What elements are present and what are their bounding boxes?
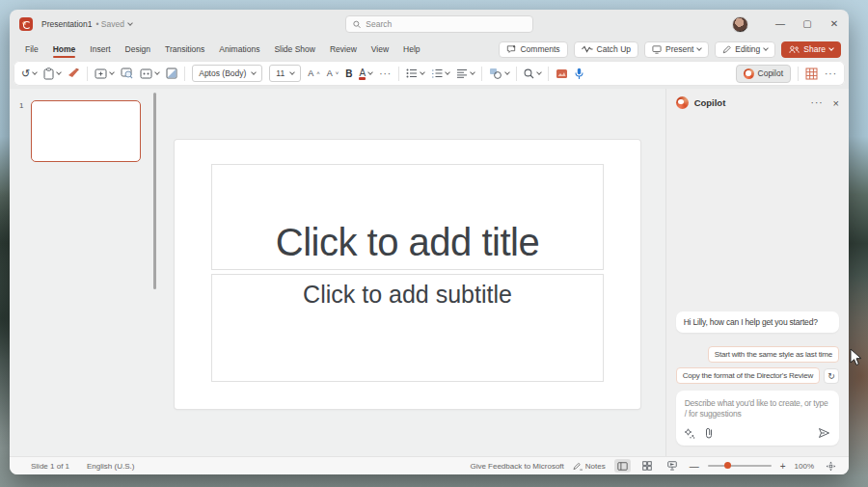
font-size-select[interactable]: 11 <box>269 65 301 82</box>
microphone-icon <box>575 68 583 80</box>
fit-slide-button[interactable] <box>823 459 839 473</box>
present-button[interactable]: Present <box>644 41 709 58</box>
zoom-out-button[interactable]: — <box>690 461 699 472</box>
user-avatar[interactable] <box>732 16 748 33</box>
tab-design[interactable]: Design <box>125 42 150 56</box>
designer-pane-button[interactable] <box>805 68 818 80</box>
shapes-icon <box>489 68 502 79</box>
undo-button[interactable]: ↺ <box>21 68 37 79</box>
designer-button[interactable] <box>556 68 568 79</box>
notes-button[interactable]: Notes <box>573 462 606 471</box>
numbering-button[interactable] <box>431 68 449 78</box>
language-indicator[interactable]: English (U.S.) <box>87 462 134 471</box>
slide-show-button[interactable] <box>665 459 681 473</box>
tab-view[interactable]: View <box>371 42 389 56</box>
paste-button[interactable] <box>43 68 61 80</box>
grow-font-button[interactable]: A˄ <box>308 68 320 78</box>
chevron-down-icon <box>109 69 115 75</box>
editing-mode-button[interactable]: Editing <box>715 41 775 58</box>
zoom-level[interactable]: 100% <box>795 462 814 471</box>
autosave-status: • Saved <box>95 19 123 29</box>
comments-button[interactable]: Comments <box>499 41 567 58</box>
tab-insert[interactable]: Insert <box>90 42 110 56</box>
zoom-slider[interactable] <box>708 465 772 467</box>
title-bar: Presentation1 • Saved — ▢ ✕ <box>10 10 849 39</box>
more-font-options-button[interactable]: ··· <box>379 68 392 79</box>
prompt-sparkle-icon[interactable] <box>685 428 695 439</box>
new-slide-button[interactable] <box>95 68 114 79</box>
font-color-button[interactable]: A <box>359 68 372 80</box>
people-icon <box>789 45 800 54</box>
menu-bar: File Home Insert Design Transitions Anim… <box>10 39 849 60</box>
suggestion-chip[interactable]: Start with the same style as last time <box>708 346 839 363</box>
tab-animations[interactable]: Animations <box>219 42 259 56</box>
search-input[interactable] <box>366 19 526 29</box>
align-button[interactable] <box>456 68 475 78</box>
dictate-button[interactable] <box>575 68 583 80</box>
copilot-input[interactable]: Describe what you'd like to create, or t… <box>676 391 839 446</box>
shapes-button[interactable] <box>489 68 509 79</box>
magnifier-icon <box>524 68 534 79</box>
ribbon-more-button[interactable]: ··· <box>825 68 837 79</box>
chevron-down-icon <box>470 69 475 75</box>
tab-transitions[interactable]: Transitions <box>165 42 204 56</box>
send-icon[interactable] <box>818 427 830 439</box>
format-painter-button[interactable] <box>68 68 80 79</box>
share-button[interactable]: Share <box>781 41 841 58</box>
pencil-icon <box>722 45 731 54</box>
slide-thumbnail[interactable] <box>31 100 141 162</box>
suggestion-chip[interactable]: Copy the format of the Director's Review <box>676 367 820 384</box>
reuse-slides-icon <box>121 68 133 79</box>
bullets-button[interactable] <box>406 68 424 78</box>
copilot-menu-button[interactable]: ··· <box>811 97 824 108</box>
bullet-list-icon <box>406 68 418 78</box>
subtitle-placeholder-text: Click to add subtitle <box>303 281 512 309</box>
subtitle-placeholder[interactable]: Click to add subtitle <box>211 274 604 382</box>
catch-up-button[interactable]: Catch Up <box>574 41 638 58</box>
layout-button[interactable] <box>140 68 159 79</box>
search-bar[interactable] <box>345 15 533 33</box>
copilot-greeting-message: Hi Lilly, how can I help get you started… <box>676 311 839 333</box>
copilot-pane: Copilot ··· × Hi Lilly, how can I help g… <box>665 89 849 456</box>
chevron-down-icon <box>445 69 450 75</box>
copilot-button[interactable]: Copilot <box>736 65 791 83</box>
zoom-in-button[interactable]: + <box>780 461 786 472</box>
new-slide-icon <box>95 68 107 79</box>
copilot-pane-title: Copilot <box>694 97 726 108</box>
find-button[interactable] <box>524 68 541 79</box>
chevron-down-icon <box>56 69 62 75</box>
title-placeholder-text: Click to add title <box>276 221 539 264</box>
font-color-icon: A <box>359 68 366 80</box>
copilot-icon <box>676 96 689 109</box>
chevron-down-icon <box>127 20 133 26</box>
reuse-slides-button[interactable] <box>121 68 133 79</box>
refresh-suggestions-button[interactable]: ↻ <box>824 368 839 384</box>
shrink-font-button[interactable]: A˅ <box>327 68 339 78</box>
tab-review[interactable]: Review <box>330 42 357 56</box>
close-button[interactable]: ✕ <box>827 10 841 39</box>
tab-help[interactable]: Help <box>403 42 420 56</box>
copilot-close-button[interactable]: × <box>833 97 839 109</box>
slide-sorter-view-button[interactable] <box>639 459 656 473</box>
present-screen-icon <box>652 45 662 54</box>
attach-icon[interactable] <box>704 427 714 439</box>
tab-home[interactable]: Home <box>53 42 76 56</box>
slide-count: Slide 1 of 1 <box>31 462 69 471</box>
maximize-button[interactable]: ▢ <box>800 10 814 39</box>
document-title[interactable]: Presentation1 • Saved <box>41 19 132 29</box>
chevron-down-icon <box>420 69 425 75</box>
align-text-icon <box>456 68 468 78</box>
feedback-link[interactable]: Give Feedback to Microsoft <box>470 462 563 471</box>
normal-view-button[interactable] <box>614 459 631 473</box>
layout-icon <box>140 68 152 79</box>
chevron-down-icon <box>289 69 295 75</box>
tab-file[interactable]: File <box>25 42 39 56</box>
title-placeholder[interactable]: Click to add title <box>211 164 604 270</box>
design-ideas-button[interactable] <box>166 68 177 79</box>
tab-slide-show[interactable]: Slide Show <box>274 42 315 56</box>
font-name-select[interactable]: Aptos (Body) <box>192 65 262 82</box>
zoom-slider-thumb[interactable] <box>724 462 731 469</box>
bold-button[interactable]: B <box>345 68 352 79</box>
slide[interactable]: Click to add title Click to add subtitle <box>175 140 640 409</box>
minimize-button[interactable]: — <box>773 10 787 39</box>
